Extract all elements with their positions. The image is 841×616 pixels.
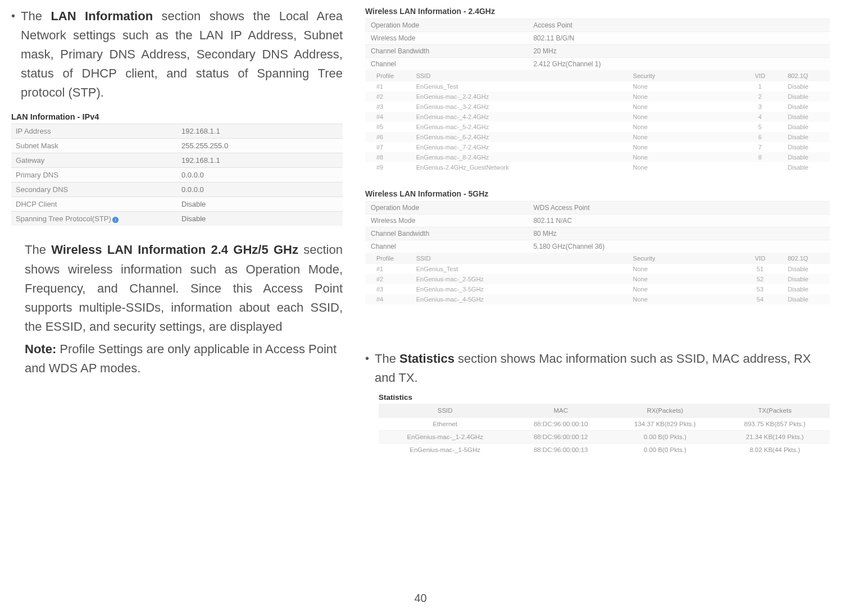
cell-ssid: EnGenius-mac-_4-2.4GHz [412, 112, 629, 122]
wlan5-title: Wireless LAN Information - 5GHz [365, 189, 830, 198]
cell-rx: 0.00 B(0 Pkts.) [610, 431, 720, 444]
cell-profile: #1 [365, 264, 412, 274]
lan-key: Secondary DNS [11, 182, 177, 197]
table-row: #8EnGenius-mac-_8-2.4GHzNone8Disable [365, 152, 830, 162]
kv-value: 5.180 GHz(Channel 36) [528, 240, 830, 253]
cell-profile: #2 [365, 274, 412, 284]
note-label: Note: [25, 342, 56, 356]
table-row: EnGenius-mac-_1-2.4GHz88:DC:96:00:00:120… [379, 431, 830, 444]
cell-security: None [629, 162, 737, 172]
cell-8021q: Disable [783, 81, 830, 92]
cell-security: None [629, 81, 737, 92]
kv-value: 80 MHz [528, 227, 830, 240]
statistics-table-title: Statistics [379, 393, 830, 401]
cell-security: None [629, 122, 737, 132]
cell-security: None [629, 142, 737, 152]
cell-rx: 0.00 B(0 Pkts.) [610, 444, 720, 457]
cell-rx: 134.37 KB(829 Pkts.) [610, 418, 720, 431]
table-row: Operation ModeAccess Point [365, 19, 830, 32]
cell-ssid: EnGenius-mac-_3-2.4GHz [412, 102, 629, 112]
cell-vid [737, 162, 784, 172]
kv-key: Channel Bandwidth [365, 227, 528, 240]
cell-security: None [629, 284, 737, 294]
cell-8021q: Disable [783, 142, 830, 152]
cell-ssid: EnGenius-2.4GHz_GuestNetwork [412, 162, 629, 172]
lan-key: Spanning Tree Protocol(STP)i [11, 212, 177, 226]
info-icon[interactable]: i [112, 217, 119, 223]
lan-key: Subnet Mask [11, 139, 177, 153]
wlan24-profiles-table: Profile SSID Security VID 802.1Q #1EnGen… [365, 70, 830, 172]
table-row: Ethernet88:DC:96:00:00:10134.37 KB(829 P… [379, 418, 830, 431]
cell-tx: 8.02 KB(44 Pkts.) [720, 444, 830, 457]
lan-info-paragraph: The LAN Information section shows the Lo… [21, 7, 343, 102]
table-row: #6EnGenius-mac-_6-2.4GHzNone6Disable [365, 132, 830, 142]
table-row: #3EnGenius-mac-_3-2.4GHzNone3Disable [365, 102, 830, 112]
cell-ssid: EnGenius-mac-_3-5GHz [412, 284, 629, 294]
kv-value: WDS Access Point [528, 202, 830, 215]
statistics-heading: Statistics [399, 352, 454, 366]
lan-value: 0.0.0.0 [177, 182, 343, 197]
col-ssid: SSID [379, 404, 511, 418]
wlan5-profiles-table: Profile SSID Security VID 802.1Q #1EnGen… [365, 253, 830, 304]
lan-key: IP Address [11, 124, 177, 139]
statistics-table: SSID MAC RX(Packets) TX(Packets Ethernet… [379, 404, 830, 456]
cell-mac: 88:DC:96:00:00:10 [511, 418, 610, 431]
lan-info-table: IP Address192.168.1.1Subnet Mask255.255.… [11, 124, 343, 226]
wlan-info-paragraph: The Wireless LAN Information 2.4 GHz/5 G… [25, 240, 343, 336]
table-row: #2EnGenius-mac-_2-2.4GHzNone2Disable [365, 92, 830, 102]
lan-key: DHCP Client [11, 197, 177, 212]
cell-ssid: EnGenius-mac-_2-2.4GHz [412, 92, 629, 102]
table-row: Spanning Tree Protocol(STP)iDisable [11, 212, 343, 226]
cell-ssid: EnGenius_Test [412, 264, 629, 274]
cell-ssid: EnGenius-mac-_1-2.4GHz [379, 431, 511, 444]
cell-vid: 8 [737, 152, 784, 162]
cell-vid: 7 [737, 142, 784, 152]
cell-profile: #6 [365, 132, 412, 142]
col-vid: VID [737, 70, 784, 81]
cell-8021q: Disable [783, 122, 830, 132]
cell-vid: 4 [737, 112, 784, 122]
cell-8021q: Disable [783, 132, 830, 142]
cell-profile: #4 [365, 112, 412, 122]
cell-vid: 1 [737, 81, 784, 92]
cell-security: None [629, 294, 737, 304]
cell-ssid: EnGenius_Test [412, 81, 629, 92]
cell-profile: #3 [365, 284, 412, 294]
col-profile: Profile [365, 70, 412, 81]
cell-security: None [629, 102, 737, 112]
table-row: Secondary DNS0.0.0.0 [11, 182, 343, 197]
bullet-icon: • [11, 7, 15, 102]
table-row: Channel2.412 GHz(Channel 1) [365, 58, 830, 71]
lan-value: Disable [177, 212, 343, 226]
cell-ssid: Ethernet [379, 418, 511, 431]
cell-security: None [629, 112, 737, 122]
cell-profile: #8 [365, 152, 412, 162]
cell-ssid: EnGenius-mac-_8-2.4GHz [412, 152, 629, 162]
col-8021q: 802.1Q [783, 253, 830, 264]
table-row: #1EnGenius_TestNone1Disable [365, 81, 830, 92]
table-row: Channel5.180 GHz(Channel 36) [365, 240, 830, 253]
kv-key: Operation Mode [365, 202, 528, 215]
table-row: DHCP ClientDisable [11, 197, 343, 212]
table-row: #1EnGenius_TestNone51Disable [365, 264, 830, 274]
page-number: 40 [0, 592, 841, 605]
cell-vid: 2 [737, 92, 784, 102]
cell-profile: #2 [365, 92, 412, 102]
lan-value: 255.255.255.0 [177, 139, 343, 153]
kv-value: 20 MHz [528, 45, 830, 58]
cell-8021q: Disable [783, 294, 830, 304]
cell-ssid: EnGenius-mac-_1-5GHz [379, 444, 511, 457]
cell-mac: 88:DC:96:00:00:12 [511, 431, 610, 444]
text: The [375, 352, 399, 366]
lan-key: Gateway [11, 153, 177, 168]
table-row: #2EnGenius-mac-_2-5GHzNone52Disable [365, 274, 830, 284]
table-row: IP Address192.168.1.1 [11, 124, 343, 139]
cell-profile: #9 [365, 162, 412, 172]
col-8021q: 802.1Q [783, 70, 830, 81]
cell-8021q: Disable [783, 102, 830, 112]
lan-info-heading: LAN Information [51, 9, 153, 23]
kv-value: 802.11 N/AC [528, 215, 830, 227]
table-row: Wireless Mode802.11 N/AC [365, 215, 830, 227]
col-tx: TX(Packets [720, 404, 830, 418]
kv-key: Operation Mode [365, 19, 528, 32]
